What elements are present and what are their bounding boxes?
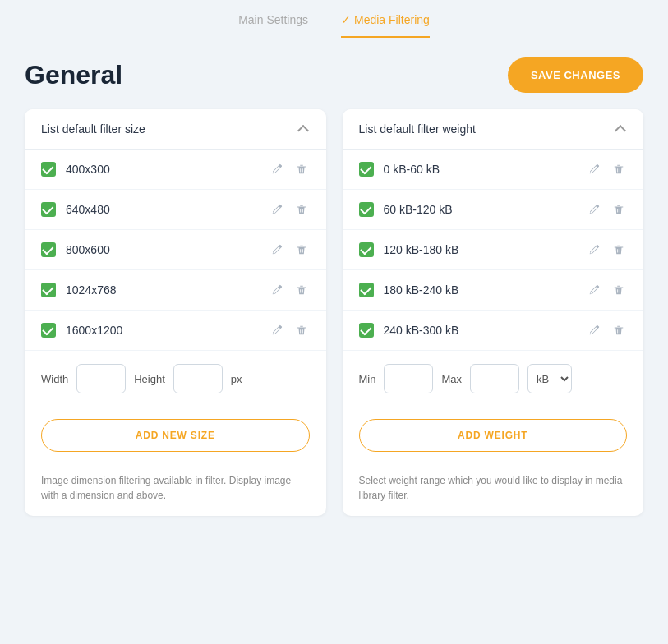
tab-main-settings[interactable]: Main Settings [238,13,308,38]
size-delete-icon-4[interactable] [293,322,310,338]
size-checkbox-3[interactable] [41,283,56,297]
size-edit-icon-1[interactable] [269,201,285,218]
size-label-4: 1600x1200 [66,324,122,337]
size-label-3: 1024x768 [66,283,117,297]
size-delete-icon-0[interactable] [293,161,310,177]
save-changes-button[interactable]: SAVE CHANGES [508,58,643,93]
weight-row-0: 0 kB-60 kB [343,150,644,190]
size-panel-collapse-icon[interactable] [297,122,310,136]
weight-label-4: 240 kB-300 kB [384,324,459,337]
weight-input-section: Min Max kB MB [343,351,644,407]
size-panel-note: Image dimension filtering available in f… [25,463,326,516]
size-checkbox-1[interactable] [41,202,56,217]
weight-panel-title: List default filter weight [359,122,476,136]
add-new-size-button[interactable]: ADD NEW SIZE [41,419,310,452]
size-delete-icon-3[interactable] [293,282,310,298]
size-row-3: 1024x768 [25,270,326,310]
weight-row-4: 240 kB-300 kB [343,310,644,351]
weight-checkbox-0[interactable] [359,162,374,177]
page-header: General SAVE CHANGES [0,38,668,109]
size-label-1: 640x480 [66,203,110,216]
size-row-1: 640x480 [25,190,326,230]
size-label-0: 400x300 [66,163,110,176]
size-edit-icon-2[interactable] [269,242,285,258]
weight-row-3: 180 kB-240 kB [343,270,644,310]
weight-delete-icon-1[interactable] [610,201,627,218]
size-checkbox-4[interactable] [41,323,56,338]
weight-label-2: 120 kB-180 kB [384,243,459,256]
max-label: Max [441,373,462,385]
top-nav: Main Settings ✓Media Filtering [0,0,668,38]
weight-panel: List default filter weight 0 kB-60 kB 6 [343,109,644,516]
add-weight-button[interactable]: ADD WEIGHT [359,419,628,452]
weight-delete-icon-2[interactable] [610,242,627,258]
height-input[interactable] [173,364,223,393]
weight-panel-collapse-icon[interactable] [614,122,627,136]
weight-panel-header: List default filter weight [343,109,644,150]
size-row-2: 800x600 [25,230,326,270]
min-input[interactable] [384,364,433,393]
check-icon: ✓ [341,13,351,26]
weight-delete-icon-3[interactable] [610,282,627,298]
weight-edit-icon-3[interactable] [586,282,602,298]
weight-delete-icon-0[interactable] [610,161,627,177]
tab-main-settings-label: Main Settings [238,13,308,26]
size-row-0: 400x300 [25,150,326,190]
weight-delete-icon-4[interactable] [610,322,627,338]
size-edit-icon-3[interactable] [269,282,285,298]
size-edit-icon-4[interactable] [269,322,285,338]
size-panel-header: List default filter size [25,109,326,150]
size-edit-icon-0[interactable] [269,161,285,177]
weight-row-1: 60 kB-120 kB [343,190,644,230]
size-delete-icon-2[interactable] [293,242,310,258]
size-checkbox-0[interactable] [41,162,56,177]
weight-panel-note: Select weight range which you would like… [343,463,644,516]
size-delete-icon-1[interactable] [293,201,310,218]
min-label: Min [359,373,376,385]
weight-checkbox-2[interactable] [359,242,374,257]
weight-unit-select[interactable]: kB MB [527,364,572,393]
tab-media-filtering-label: Media Filtering [354,13,430,26]
height-label: Height [134,373,165,385]
tab-media-filtering[interactable]: ✓Media Filtering [341,13,430,38]
weight-label-1: 60 kB-120 kB [384,203,453,216]
weight-edit-icon-0[interactable] [586,161,602,177]
weight-checkbox-3[interactable] [359,283,374,297]
size-panel: List default filter size 400x300 640x48 [25,109,326,516]
width-label: Width [41,373,68,385]
weight-checkbox-4[interactable] [359,323,374,338]
width-input[interactable] [76,364,126,393]
weight-edit-icon-4[interactable] [586,322,602,338]
size-checkbox-2[interactable] [41,242,56,257]
weight-edit-icon-2[interactable] [586,242,602,258]
size-row-4: 1600x1200 [25,310,326,351]
page-title: General [25,60,122,90]
max-input[interactable] [470,364,519,393]
weight-edit-icon-1[interactable] [586,201,602,218]
size-unit: px [231,373,242,385]
size-panel-title: List default filter size [41,122,145,136]
weight-checkbox-1[interactable] [359,202,374,217]
weight-label-3: 180 kB-240 kB [384,283,459,297]
size-label-2: 800x600 [66,243,110,256]
size-input-section: Width Height px [25,351,326,407]
weight-row-2: 120 kB-180 kB [343,230,644,270]
main-content: List default filter size 400x300 640x48 [0,109,668,540]
weight-label-0: 0 kB-60 kB [384,163,440,176]
